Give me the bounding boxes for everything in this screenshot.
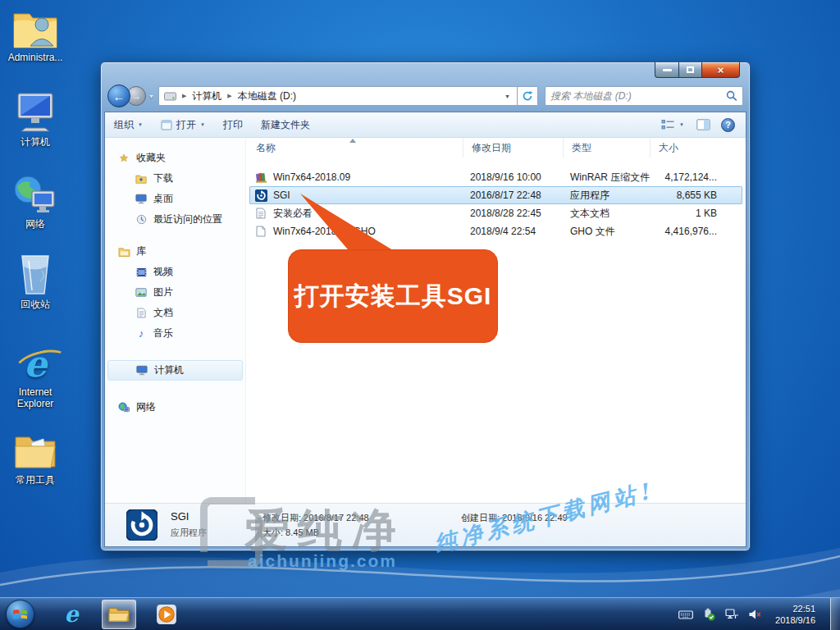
taskbar-ie-button[interactable]: e [54, 600, 89, 629]
print-button[interactable]: 打印 [214, 112, 252, 137]
desktop-icon-label: 计算机 [0, 135, 71, 149]
music-note-icon: ♪ [135, 327, 148, 340]
desktop-icon-computer[interactable]: 计算机 [0, 89, 71, 149]
desktop-icon-recycle-bin[interactable]: 回收站 [0, 251, 71, 312]
status-file-name: SGI [171, 510, 189, 523]
pictures-icon [135, 288, 148, 297]
forward-icon: → [131, 90, 141, 102]
watermark-domain: aichunjing.com [248, 551, 397, 571]
winrar-icon [254, 171, 267, 184]
internet-explorer-icon: e [0, 340, 71, 384]
computer-icon [0, 89, 71, 133]
windows-flag-icon [12, 606, 28, 622]
dropdown-icon: ▼ [200, 122, 205, 127]
show-desktop-button[interactable] [830, 598, 840, 630]
sidebar-item-downloads[interactable]: 下载 [105, 168, 245, 189]
breadcrumb-current[interactable]: 本地磁盘 (D:) [238, 89, 296, 103]
maximize-button[interactable] [679, 62, 702, 78]
search-input[interactable] [550, 90, 726, 102]
file-icon [254, 225, 267, 238]
sidebar-item-recent-places[interactable]: 最近访问的位置 [105, 209, 245, 230]
back-icon: ← [113, 89, 126, 103]
open-app-icon [161, 120, 172, 130]
desktop-monitor-icon [135, 194, 148, 204]
libraries-icon [117, 247, 130, 257]
taskbar-clock[interactable]: 22:51 2018/9/16 [775, 603, 815, 626]
safely-remove-hardware-icon[interactable] [701, 608, 716, 621]
computer-icon [135, 365, 148, 376]
file-row-win7x64-rar[interactable]: Win7x64-2018.09 2018/9/16 10:00 WinRAR 压… [249, 168, 742, 186]
desktop-icon-network[interactable]: 网络 [0, 171, 71, 231]
desktop-icon-label: 回收站 [0, 298, 71, 312]
navigation-pane: ★ 收藏夹 下载 桌面 [105, 138, 246, 503]
views-button[interactable]: ▼ [660, 119, 686, 130]
new-folder-button[interactable]: 新建文件夹 [252, 112, 319, 137]
start-button[interactable] [6, 600, 34, 628]
taskbar-explorer-button[interactable] [102, 600, 136, 629]
status-bar: SGI 应用程序 修改日期: 2016/8/17 22:48 大小: 8.45 … [105, 503, 746, 546]
drive-icon [164, 92, 176, 101]
sidebar-item-pictures[interactable]: 图片 [105, 282, 245, 303]
sidebar-item-computer[interactable]: 计算机 [107, 360, 243, 381]
sidebar-item-libraries[interactable]: 库 [105, 241, 245, 262]
volume-muted-icon[interactable] [747, 608, 762, 621]
command-bar: 组织 ▼ 打开 ▼ 打印 新建文件夹 [105, 112, 746, 138]
preview-pane-icon[interactable] [696, 119, 710, 130]
maximize-icon [687, 66, 694, 73]
column-header-type[interactable]: 类型 [563, 138, 650, 158]
caption-buttons: × [655, 62, 740, 78]
help-icon: ? [725, 120, 731, 130]
breadcrumb[interactable]: ▶ 计算机 ▶ 本地磁盘 (D:) ▼ [158, 86, 518, 106]
back-button[interactable]: ← [107, 84, 130, 107]
help-button[interactable]: ? [721, 118, 735, 132]
sidebar-item-videos[interactable]: 视频 [105, 262, 245, 282]
sort-arrow-icon [349, 139, 356, 143]
breadcrumb-computer[interactable]: 计算机 [192, 89, 221, 103]
status-created-date: 创建日期: 2018/9/16 22:49 [461, 512, 568, 524]
sidebar-item-music[interactable]: ♪ 音乐 [105, 323, 245, 344]
recent-places-icon [135, 214, 148, 225]
refresh-button[interactable] [518, 86, 538, 106]
column-header-date[interactable]: 修改日期 [463, 138, 563, 158]
user-folder-icon [0, 5, 71, 49]
sidebar-item-favorites[interactable]: ★ 收藏夹 [105, 148, 245, 168]
network-status-icon[interactable] [724, 608, 739, 621]
dropdown-icon: ▼ [138, 122, 143, 127]
crumb-separator-icon: ▶ [182, 93, 186, 99]
desktop-icon-internet-explorer[interactable]: e Internet Explorer [0, 340, 71, 409]
list-view-icon [661, 119, 675, 130]
star-icon: ★ [117, 152, 130, 164]
internet-explorer-icon: e [64, 601, 78, 627]
input-method-keyboard-icon[interactable] [678, 608, 693, 621]
open-button[interactable]: 打开 ▼ [152, 112, 214, 137]
address-dropdown-icon[interactable]: ▼ [504, 94, 512, 99]
desktop-icon-label: Internet Explorer [0, 386, 71, 409]
file-row-gho[interactable]: Win7x64-2018.09.GHO 2018/9/4 22:54 GHO 文… [249, 222, 742, 240]
desktop-icon-administrator[interactable]: Administra... [0, 5, 71, 63]
dropdown-icon: ▼ [679, 122, 684, 127]
desktop-icon-common-tools[interactable]: 常用工具 [0, 427, 71, 487]
sgi-app-icon-large [126, 509, 158, 542]
desktop: Administra... 计算机 网络 [0, 0, 840, 630]
downloads-icon [135, 174, 148, 184]
sidebar-item-network[interactable]: 网络 [105, 397, 245, 418]
file-row-readme[interactable]: 安装必看 2018/8/28 22:45 文本文档 1 KB [249, 204, 742, 222]
documents-icon [135, 308, 148, 318]
close-icon: × [718, 64, 724, 76]
desktop-icon-label: Administra... [0, 52, 71, 63]
organize-button[interactable]: 组织 ▼ [105, 112, 152, 137]
sidebar-item-desktop[interactable]: 桌面 [105, 189, 245, 209]
taskbar-media-player-button[interactable] [149, 600, 184, 629]
column-header-size[interactable]: 大小 [650, 138, 725, 158]
file-row-sgi[interactable]: SGI 2016/8/17 22:48 应用程序 8,655 KB [249, 186, 742, 204]
minimize-button[interactable] [655, 62, 679, 78]
close-button[interactable]: × [702, 62, 740, 78]
address-bar: ← → ▼ ▶ 计算机 ▶ 本地磁盘 (D:) ▼ [107, 84, 743, 108]
sidebar-item-documents[interactable]: 文档 [105, 303, 245, 323]
explorer-folder-icon [108, 605, 130, 623]
history-dropdown[interactable]: ▼ [148, 94, 154, 99]
search-icon[interactable] [726, 90, 737, 102]
status-file-size: 大小: 8.45 MB [262, 527, 319, 539]
status-modified-date: 修改日期: 2016/8/17 22:48 [262, 512, 369, 524]
search-box [545, 86, 743, 106]
